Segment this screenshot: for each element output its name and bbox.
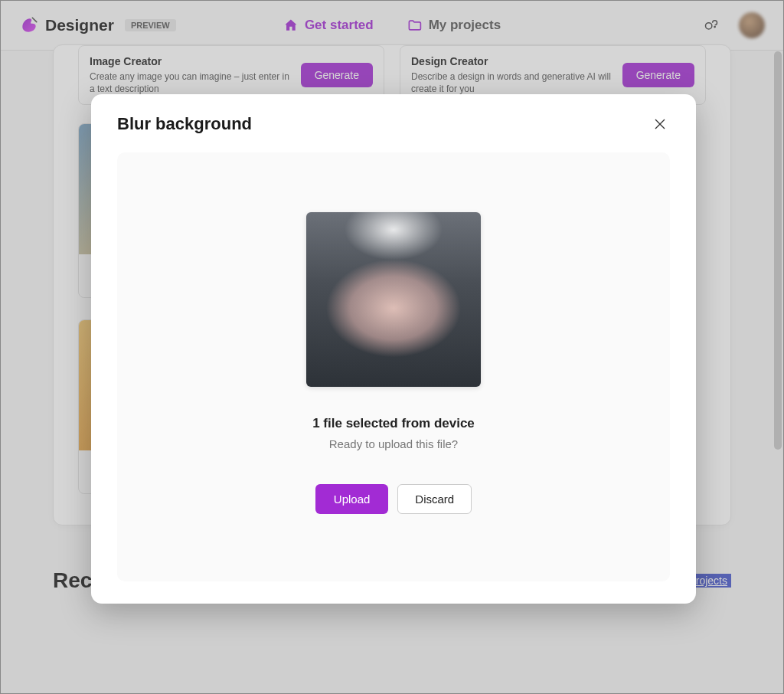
folder-icon	[407, 18, 423, 33]
svg-point-1	[714, 26, 715, 27]
nav-get-started[interactable]: Get started	[283, 18, 374, 33]
brand-name: Designer	[45, 16, 114, 34]
app-header: Designer PREVIEW Get started My projects	[1, 1, 783, 51]
image-creator-title: Image Creator	[90, 55, 293, 67]
modal-title: Blur background	[117, 114, 252, 134]
feedback-icon[interactable]	[704, 18, 719, 33]
nav-my-projects-label: My projects	[429, 18, 501, 33]
brand: Designer PREVIEW	[19, 15, 176, 35]
modal-body: 1 file selected from device Ready to upl…	[117, 152, 670, 581]
main-nav: Get started My projects	[283, 18, 501, 33]
image-creator-desc: Create any image you can imagine – just …	[90, 70, 293, 95]
preview-badge: PREVIEW	[125, 19, 176, 31]
design-creator-generate-button[interactable]: Generate	[622, 63, 694, 87]
modal-close-button[interactable]	[650, 114, 670, 134]
upload-button[interactable]: Upload	[315, 484, 389, 514]
vertical-scrollbar[interactable]	[774, 51, 782, 450]
designer-logo-icon	[19, 15, 39, 35]
ready-upload-text: Ready to upload this file?	[329, 437, 458, 450]
selected-file-text: 1 file selected from device	[312, 416, 475, 431]
header-right	[704, 12, 765, 38]
nav-my-projects[interactable]: My projects	[407, 18, 501, 33]
nav-get-started-label: Get started	[305, 18, 374, 33]
modal-header: Blur background	[117, 114, 670, 134]
design-creator-title: Design Creator	[411, 55, 615, 67]
svg-point-0	[706, 23, 712, 29]
design-creator-desc: Describe a design in words and generativ…	[411, 70, 615, 95]
selected-file-preview	[306, 212, 481, 387]
discard-button[interactable]: Discard	[397, 484, 472, 514]
close-icon	[654, 118, 666, 130]
blur-background-modal: Blur background 1 file selected from dev…	[91, 94, 696, 604]
image-creator-generate-button[interactable]: Generate	[301, 63, 373, 87]
modal-actions: Upload Discard	[315, 484, 472, 514]
user-avatar[interactable]	[739, 12, 765, 38]
home-icon	[283, 18, 299, 33]
